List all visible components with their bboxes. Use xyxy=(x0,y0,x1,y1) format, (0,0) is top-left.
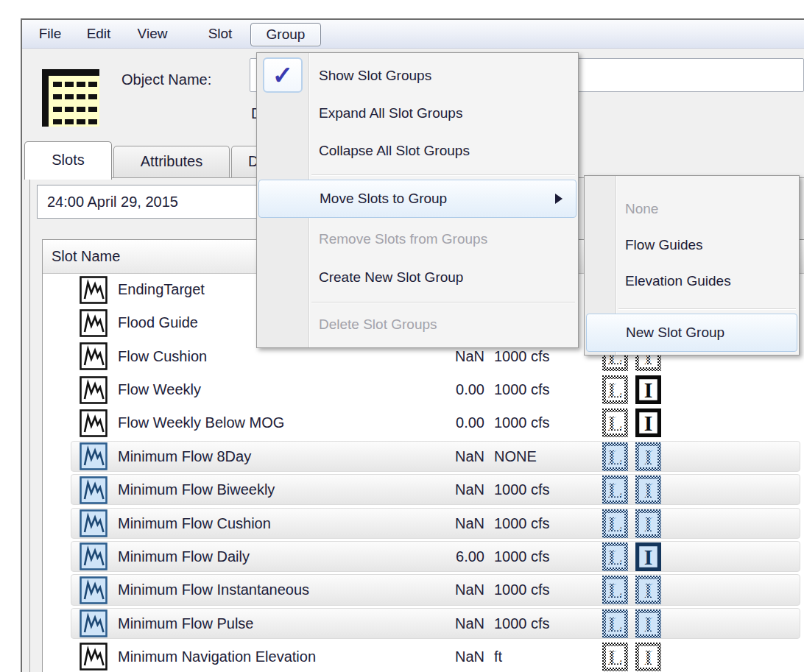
input-flag-icon: I xyxy=(635,408,661,437)
input-flag-icon: I xyxy=(635,609,661,638)
svg-text:I: I xyxy=(644,512,653,536)
menu-separator xyxy=(311,302,575,303)
move-slots-submenu: None Flow Guides Elevation Guides New Sl… xyxy=(584,175,800,356)
table-row[interactable]: Flow Weekly 0.00 1000 cfs L I xyxy=(43,373,804,406)
table-row[interactable]: Flow Weekly Below MOG 0.00 1000 cfs L I xyxy=(43,406,804,439)
svg-text:I: I xyxy=(644,578,653,602)
series-slot-icon xyxy=(80,542,107,570)
tab-attributes[interactable]: Attributes xyxy=(113,146,230,177)
menu-separator xyxy=(618,308,796,309)
menuitem-delete-slot-groups[interactable]: Delete Slot Groups xyxy=(257,306,578,343)
slot-units: 1000 cfs xyxy=(494,607,550,640)
menu-file[interactable]: File xyxy=(32,23,68,45)
table-row[interactable]: Minimum Flow Pulse NaN 1000 cfs L I xyxy=(43,607,804,640)
series-slot-icon xyxy=(80,643,107,671)
slot-name: Flood Guide xyxy=(118,306,198,339)
table-row[interactable]: Minimum Flow Daily 6.00 1000 cfs L I xyxy=(43,540,804,573)
submenu-item-new-slot-group[interactable]: New Slot Group xyxy=(586,314,797,352)
menuitem-show-slot-groups[interactable]: Show Slot Groups xyxy=(257,57,578,94)
menu-separator xyxy=(311,174,575,175)
link-flag-icon: L xyxy=(602,509,628,538)
slot-name: EndingTarget xyxy=(118,273,205,306)
input-flag-icon: I xyxy=(635,643,661,671)
svg-text:L: L xyxy=(607,445,622,469)
svg-text:I: I xyxy=(644,612,653,636)
slot-value: NaN xyxy=(415,607,484,640)
slot-units: 1000 cfs xyxy=(494,573,550,606)
input-flag-icon: I xyxy=(635,576,661,604)
submenu-item-flow-guides[interactable]: Flow Guides xyxy=(585,227,799,263)
slot-value: 6.00 xyxy=(415,540,484,573)
slot-value: NaN xyxy=(415,640,484,672)
menuitem-expand-all-slot-groups[interactable]: Expand All Slot Groups xyxy=(257,95,578,132)
column-header-slot-name: Slot Name xyxy=(52,240,120,273)
table-row[interactable]: Minimum Navigation Elevation NaN ft L I xyxy=(43,640,804,672)
svg-text:I: I xyxy=(644,645,653,669)
link-flag-icon: L xyxy=(602,375,628,404)
tab-slots[interactable]: Slots xyxy=(24,141,112,180)
input-flag-icon: I xyxy=(635,542,661,571)
menuitem-remove-slots-from-groups[interactable]: Remove Slots from Groups xyxy=(257,221,578,258)
menu-bar: File Edit View Slot Group xyxy=(22,20,804,49)
slot-units: NONE xyxy=(494,440,537,473)
submenu-item-none[interactable]: None xyxy=(585,191,799,227)
svg-text:I: I xyxy=(644,411,653,435)
menuitem-move-slots-to-group[interactable]: Move Slots to Group xyxy=(258,180,576,218)
slot-name: Minimum Flow 8Day xyxy=(118,440,251,473)
series-slot-icon xyxy=(80,576,107,604)
svg-text:I: I xyxy=(644,545,653,569)
datetime-field[interactable]: 24:00 April 29, 2015 xyxy=(37,185,257,219)
link-flag-icon: L xyxy=(602,408,628,437)
link-flag-icon: L xyxy=(602,542,628,571)
series-slot-icon xyxy=(80,476,107,504)
link-flag-icon: L xyxy=(602,475,628,504)
svg-text:I: I xyxy=(644,445,653,469)
svg-text:L: L xyxy=(607,478,622,502)
svg-text:L: L xyxy=(607,512,622,536)
slot-name: Flow Weekly xyxy=(118,373,201,406)
input-flag-icon: I xyxy=(635,442,661,471)
slot-units: 1000 cfs xyxy=(494,406,550,439)
svg-text:L: L xyxy=(607,411,622,435)
svg-text:L: L xyxy=(607,545,622,569)
object-name-label: Object Name: xyxy=(121,71,211,88)
table-row[interactable]: Minimum Flow 8Day NaN NONE L I xyxy=(43,440,804,473)
slot-units: ft xyxy=(494,640,502,672)
group-dropdown-menu: ✓ Show Slot Groups Expand All Slot Group… xyxy=(256,52,579,348)
svg-text:L: L xyxy=(607,612,622,636)
slot-value: 0.00 xyxy=(415,406,484,439)
submenu-item-elevation-guides[interactable]: Elevation Guides xyxy=(585,263,799,299)
slot-units: 1000 cfs xyxy=(494,540,550,573)
menuitem-collapse-all-slot-groups[interactable]: Collapse All Slot Groups xyxy=(257,132,578,169)
link-flag-icon: L xyxy=(602,442,628,471)
svg-text:I: I xyxy=(644,478,653,502)
slot-name: Minimum Navigation Elevation xyxy=(118,640,316,672)
menu-view[interactable]: View xyxy=(131,23,174,45)
series-slot-icon xyxy=(80,409,107,437)
slot-name: Minimum Flow Instantaneous xyxy=(118,573,309,606)
menu-group[interactable]: Group xyxy=(250,23,321,46)
menu-edit[interactable]: Edit xyxy=(81,23,116,45)
menu-slot[interactable]: Slot xyxy=(202,23,239,45)
slot-name: Flow Cushion xyxy=(118,340,207,373)
svg-text:I: I xyxy=(644,378,653,402)
slot-value: NaN xyxy=(415,507,484,540)
table-row[interactable]: Minimum Flow Biweekly NaN 1000 cfs L I xyxy=(43,473,804,506)
slot-value: NaN xyxy=(415,440,484,473)
table-row[interactable]: Minimum Flow Cushion NaN 1000 cfs L I xyxy=(43,507,804,540)
svg-text:L: L xyxy=(607,578,622,602)
series-slot-icon xyxy=(80,609,107,637)
slot-value: NaN xyxy=(415,473,484,506)
slot-value: 0.00 xyxy=(415,373,484,406)
series-slot-icon xyxy=(80,309,107,337)
slot-units: 1000 cfs xyxy=(494,507,550,540)
series-slot-icon xyxy=(80,442,107,470)
slot-units: 1000 cfs xyxy=(494,373,550,406)
slot-name: Minimum Flow Daily xyxy=(118,540,250,573)
input-flag-icon: I xyxy=(635,475,661,504)
slot-name: Minimum Flow Biweekly xyxy=(118,473,275,506)
table-row[interactable]: Minimum Flow Instantaneous NaN 1000 cfs … xyxy=(43,573,804,606)
svg-text:L: L xyxy=(607,378,622,402)
menuitem-create-new-slot-group[interactable]: Create New Slot Group xyxy=(257,259,578,296)
series-slot-icon xyxy=(80,342,107,370)
